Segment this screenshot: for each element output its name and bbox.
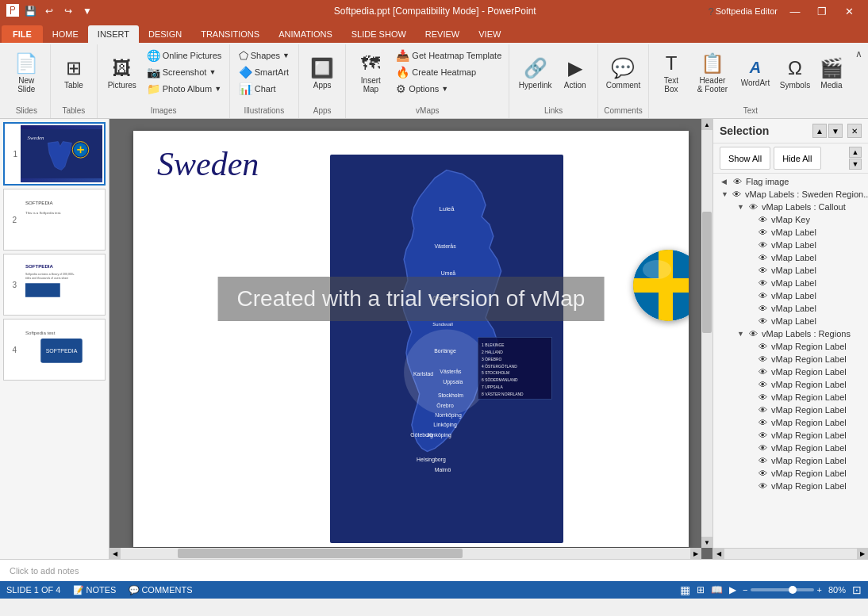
tab-review[interactable]: REVIEW: [416, 25, 469, 43]
tree-item-5[interactable]: 👁vMap Label: [713, 239, 868, 251]
help-button[interactable]: ?: [708, 6, 713, 17]
vertical-scrollbar[interactable]: ▲ ▼: [701, 119, 712, 548]
tree-item-11[interactable]: 👁vMap Label: [713, 315, 868, 327]
slide-sorter-button[interactable]: ⊞: [697, 584, 705, 595]
tab-view[interactable]: VIEW: [469, 25, 510, 43]
tree-item-19[interactable]: 👁vMap Region Label: [713, 416, 868, 429]
hide-all-button[interactable]: Hide All: [774, 147, 820, 170]
hyperlink-button[interactable]: 🔗 Hyperlink: [515, 46, 556, 100]
smartart-button[interactable]: 🔷 SmartArt: [236, 64, 293, 80]
tree-item-0[interactable]: ◀👁Flag image: [713, 175, 868, 188]
scroll-right-button[interactable]: ▶: [690, 548, 701, 559]
action-button[interactable]: ▶ Action: [558, 46, 593, 100]
comment-button[interactable]: 💬 Comment: [605, 46, 640, 100]
get-heatmap-button[interactable]: 📥 Get Heatmap Template: [393, 48, 505, 63]
scroll-left-button[interactable]: ◀: [109, 548, 121, 559]
tree-item-7[interactable]: 👁vMap Label: [713, 264, 868, 277]
tree-item-12[interactable]: ▼👁vMap Labels : Regions: [713, 327, 868, 340]
tree-item-14[interactable]: 👁vMap Region Label: [713, 353, 868, 365]
tree-item-16[interactable]: 👁vMap Region Label: [713, 378, 868, 391]
zoom-out-button[interactable]: −: [743, 585, 747, 595]
online-pictures-button[interactable]: 🌐 Online Pictures: [144, 48, 225, 63]
tree-item-20[interactable]: 👁vMap Region Label: [713, 429, 868, 442]
sort-down-button[interactable]: ▼: [849, 159, 862, 170]
tree-item-10[interactable]: 👁vMap Label: [713, 302, 868, 315]
tab-home[interactable]: HOME: [43, 25, 88, 43]
photo-album-button[interactable]: 📁 Photo Album ▼: [144, 81, 225, 97]
new-slide-button[interactable]: 📄 NewSlide: [9, 46, 44, 100]
qat-undo[interactable]: ↩: [41, 4, 57, 18]
tab-insert[interactable]: INSERT: [88, 25, 139, 43]
tree-item-15[interactable]: 👁vMap Region Label: [713, 365, 868, 378]
tree-item-13[interactable]: 👁vMap Region Label: [713, 340, 868, 353]
tree-item-6[interactable]: 👁vMap Label: [713, 251, 868, 264]
normal-view-button[interactable]: ▦: [680, 583, 690, 596]
tree-item-9[interactable]: 👁vMap Label: [713, 289, 868, 302]
wordart-button[interactable]: A WordArt: [735, 46, 776, 100]
media-button[interactable]: 🎬 Media: [814, 46, 849, 100]
selection-down-button[interactable]: ▼: [828, 124, 843, 138]
zoom-slider[interactable]: [751, 588, 813, 591]
show-all-button[interactable]: Show All: [720, 147, 770, 170]
notes-status-button[interactable]: 📝 NOTES: [73, 585, 116, 595]
create-heatmap-button[interactable]: 🔥 Create Heatmap: [393, 64, 505, 80]
sel-scroll-right[interactable]: ▶: [857, 549, 868, 559]
tree-item-21[interactable]: 👁vMap Region Label: [713, 442, 868, 454]
minimize-button[interactable]: —: [782, 3, 808, 19]
tree-item-18[interactable]: 👁vMap Region Label: [713, 404, 868, 416]
zoom-level[interactable]: 80%: [828, 585, 846, 595]
slide-thumb-1[interactable]: 1 Sweden: [3, 122, 106, 186]
fit-slide-button[interactable]: ⊡: [852, 583, 862, 596]
tab-transitions[interactable]: TRANSITIONS: [191, 25, 269, 43]
header-footer-button[interactable]: 📋 Header& Footer: [692, 46, 733, 100]
tab-slideshow[interactable]: SLIDE SHOW: [342, 25, 416, 43]
chart-button[interactable]: 📊 Chart: [236, 81, 293, 97]
qat-redo[interactable]: ↪: [60, 4, 76, 18]
tree-item-8[interactable]: 👁vMap Label: [713, 277, 868, 289]
zoom-thumb[interactable]: [789, 586, 797, 594]
map-container[interactable]: Luleå Västerås Umeå Östersund Sundsvall …: [316, 155, 578, 543]
selection-up-button[interactable]: ▲: [812, 124, 827, 138]
comments-status-button[interactable]: 💬 COMMENTS: [129, 585, 192, 595]
scroll-down-button[interactable]: ▼: [701, 537, 712, 548]
tree-item-4[interactable]: 👁vMap Label: [713, 226, 868, 239]
sel-scroll-left[interactable]: ◀: [713, 549, 724, 559]
insert-map-button[interactable]: 🗺 InsertMap: [350, 46, 391, 100]
shapes-button[interactable]: ⬠ Shapes ▼: [236, 48, 293, 63]
horizontal-scrollbar[interactable]: ◀ ▶: [109, 548, 701, 559]
tree-item-2[interactable]: ▼👁vMap Labels : Callout: [713, 201, 868, 213]
qat-customize[interactable]: ▼: [79, 4, 95, 18]
selection-close-button[interactable]: ✕: [847, 124, 862, 138]
tree-item-23[interactable]: 👁vMap Region Label: [713, 467, 868, 480]
notes-area[interactable]: Click to add notes: [0, 559, 868, 581]
apps-button[interactable]: 🔲 Apps: [305, 46, 340, 100]
tree-item-17[interactable]: 👁vMap Region Label: [713, 391, 868, 404]
slide-thumb-4[interactable]: 4 Softpedia test SOFTPEDIA: [3, 319, 106, 381]
tab-file[interactable]: FILE: [2, 25, 43, 43]
ribbon-collapse-button[interactable]: ∧: [852, 48, 865, 60]
slideshow-button[interactable]: ▶: [729, 584, 736, 595]
close-button[interactable]: ✕: [836, 3, 862, 19]
options-button[interactable]: ⚙ Options ▼: [393, 81, 505, 97]
zoom-in-button[interactable]: +: [817, 585, 822, 595]
tab-design[interactable]: DESIGN: [139, 25, 191, 43]
table-button[interactable]: ⊞ Table: [56, 46, 91, 100]
screenshot-button[interactable]: 📷 Screenshot ▼: [144, 64, 225, 80]
tree-item-24[interactable]: 👁vMap Region Label: [713, 480, 868, 492]
slide-thumb-3[interactable]: 3 SOFTPEDIA Softpedia contains a library…: [3, 254, 106, 316]
qat-save[interactable]: 💾: [22, 4, 38, 18]
reading-view-button[interactable]: 📖: [711, 584, 723, 595]
slide-canvas[interactable]: Sweden Luleå Västerås Umeå Östersund Sun…: [133, 131, 689, 547]
tree-item-3[interactable]: 👁vMap Key: [713, 213, 868, 226]
tree-item-22[interactable]: 👁vMap Region Label: [713, 454, 868, 467]
scroll-thumb-horizontal[interactable]: [178, 549, 463, 558]
slide-thumb-2[interactable]: 2 SOFTPEDIA This is a Softpedia test.: [3, 189, 106, 251]
restore-button[interactable]: ❐: [809, 3, 835, 19]
symbols-button[interactable]: Ω Symbols: [778, 46, 812, 100]
selection-panel-scrollbar[interactable]: ◀ ▶: [713, 548, 868, 559]
pictures-button[interactable]: 🖼 Pictures: [102, 46, 142, 100]
tree-item-1[interactable]: ▼👁vMap Labels : Sweden Region...: [713, 188, 868, 201]
scroll-up-button[interactable]: ▲: [701, 119, 712, 130]
scroll-thumb-vertical[interactable]: [702, 212, 712, 334]
sort-up-button[interactable]: ▲: [849, 147, 862, 158]
